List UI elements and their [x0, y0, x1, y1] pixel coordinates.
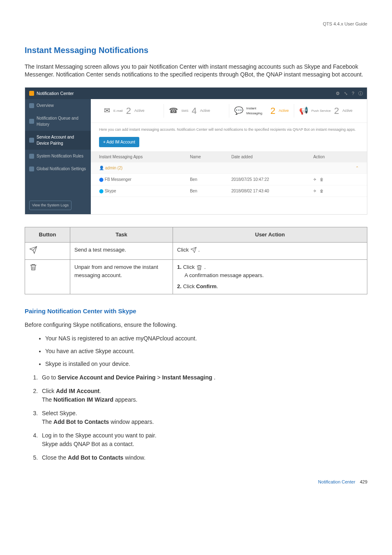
window-title: Notification Center	[37, 90, 74, 97]
stat-sms[interactable]: ☎ SMS 4 Active	[164, 104, 229, 118]
col-name: Name	[182, 151, 223, 162]
sidebar-item-label: Service Account and Device Pairing	[37, 134, 87, 146]
step-bold: Add IM Account	[56, 388, 99, 394]
step-text: Log in to the Skype account you want to …	[42, 432, 157, 439]
cell-app: FB Messenger	[105, 177, 131, 182]
stat-im[interactable]: 💬 Instant Messaging 2 Active	[229, 104, 294, 118]
delete-button-icon	[25, 260, 70, 294]
col-date: Date added	[223, 151, 305, 162]
screen-description: Here you can add instant messaging accou…	[91, 123, 367, 137]
step-bold: Service Account and Device Pairing	[58, 374, 155, 381]
step-text: .	[99, 388, 101, 394]
send-test-icon[interactable]: ✈	[313, 188, 316, 194]
col-task: Task	[70, 227, 173, 243]
sidebar-item-overview[interactable]: Overview	[25, 99, 91, 112]
chat-icon: 💬	[234, 105, 243, 116]
table-row: ⬤ FB Messenger Ben 2018/07/25 10:47:22 ✈…	[91, 173, 367, 185]
sidebar-item-pairing[interactable]: Service Account and Device Pairing	[25, 131, 91, 150]
stat-sub: Push Service	[311, 109, 331, 113]
step-text: window appears.	[109, 419, 154, 425]
step-text: The	[42, 419, 53, 425]
cell-action: Click .	[173, 242, 367, 260]
step-text: Click	[42, 388, 56, 394]
delete-icon[interactable]: 🗑	[320, 188, 324, 194]
action-text: Click	[183, 264, 196, 270]
send-test-button-icon	[25, 242, 70, 260]
add-im-account-button[interactable]: + Add IM Account	[99, 137, 139, 147]
table-group-row[interactable]: 👤 admin (2) ⌃	[91, 162, 367, 174]
page-footer: Notification Center 429	[25, 479, 367, 486]
stat-label: Active	[342, 108, 353, 114]
info-icon[interactable]: ⓘ	[358, 90, 363, 97]
stat-num: 4	[192, 104, 197, 118]
gear-icon[interactable]: ⚙	[336, 90, 340, 97]
cell-date: 2018/08/02 17:43:40	[223, 185, 305, 197]
step-text: >	[156, 374, 162, 381]
step-text: Close the	[42, 454, 68, 461]
delete-icon-inline	[196, 264, 203, 271]
subsection-title: Pairing Notification Center with Skype	[25, 307, 367, 316]
sidebar-item-queue[interactable]: Notification Queue and History	[25, 112, 91, 131]
help-icon[interactable]: ?	[352, 90, 354, 97]
stat-label: Active	[134, 108, 145, 114]
step-number: 2.	[177, 283, 182, 289]
step-text: The	[42, 396, 53, 403]
col-action: Action	[305, 151, 347, 162]
col-apps: Instant Messaging Apps	[91, 151, 182, 162]
sidebar-item-rules[interactable]: System Notification Rules	[25, 150, 91, 162]
step-item: Go to Service Account and Device Pairing…	[39, 373, 367, 382]
stat-label: Active	[200, 108, 210, 114]
sidebar-item-label: Global Notification Settings	[37, 166, 86, 172]
send-test-icon[interactable]: ✈	[313, 176, 316, 183]
table-row: Send a test message. Click .	[25, 242, 367, 260]
cell-date: 2018/07/25 10:47:22	[223, 173, 305, 185]
stat-sub: SMS	[181, 109, 188, 113]
cell-task: Unpair from and remove the instant messa…	[70, 260, 173, 294]
minimize-icon[interactable]: ⤡	[344, 90, 348, 97]
bell-icon	[29, 91, 34, 96]
sidebar-item-global[interactable]: Global Notification Settings	[25, 162, 91, 175]
step-bold: Notification IM Wizard	[53, 396, 113, 403]
table-row: Unpair from and remove the instant messa…	[25, 260, 367, 294]
prerequisites-list: Your NAS is registered to an active myQN…	[25, 334, 367, 368]
stat-sub: Instant Messaging	[247, 106, 267, 116]
step-text: window.	[123, 454, 145, 461]
step-item: Select Skype. The Add Bot to Contacts wi…	[39, 409, 367, 426]
step-item: Log in to the Skype account you want to …	[39, 431, 367, 449]
step-bold: Add Bot to Contacts	[53, 419, 109, 425]
step-text: Go to	[42, 374, 58, 381]
list-item: You have an active Skype account.	[45, 347, 367, 356]
globe-icon	[29, 166, 34, 171]
step-item: Close the Add Bot to Contacts window.	[39, 453, 367, 462]
view-system-logs-button[interactable]: View the System Logs	[29, 201, 71, 210]
step-bold: Instant Messaging	[162, 374, 212, 381]
action-text: .	[204, 264, 206, 270]
section-title: Instant Messaging Notifications	[25, 44, 367, 56]
send-test-icon-inline	[190, 247, 197, 253]
delete-icon[interactable]: 🗑	[320, 176, 324, 183]
chart-icon	[29, 103, 34, 108]
pairing-icon	[29, 138, 34, 143]
button-actions-table: Button Task User Action Send a test mess…	[25, 227, 367, 294]
sidebar-item-label: System Notification Rules	[37, 153, 83, 159]
steps-list: Go to Service Account and Device Pairing…	[25, 373, 367, 462]
action-bold: Confirm	[196, 283, 217, 289]
queue-icon	[29, 119, 34, 124]
action-text: .	[198, 247, 200, 253]
stat-num: 2	[270, 104, 275, 118]
step-item: Click Add IM Account. The Notification I…	[39, 387, 367, 404]
email-icon: ✉	[104, 105, 110, 116]
cell-task: Send a test message.	[70, 242, 173, 260]
app-screenshot: Notification Center ⚙ ⤡ ? ⓘ Overview Not…	[25, 87, 367, 215]
stat-num: 2	[126, 104, 131, 118]
stat-email[interactable]: ✉ E-mail 2 Active	[99, 104, 164, 118]
sidebar-item-label: Overview	[37, 102, 54, 109]
collapse-caret-icon[interactable]: ⌃	[347, 162, 367, 174]
section-intro: The Instant Messaging screen allows you …	[25, 63, 367, 79]
push-icon: 📢	[299, 105, 308, 116]
sms-icon: ☎	[169, 105, 178, 116]
cell-app: Skype	[105, 189, 116, 193]
guide-header: QTS 4.4.x User Guide	[25, 21, 367, 28]
stat-push[interactable]: 📢 Push Service 2 Active	[294, 104, 359, 118]
stat-label: Active	[279, 108, 289, 114]
